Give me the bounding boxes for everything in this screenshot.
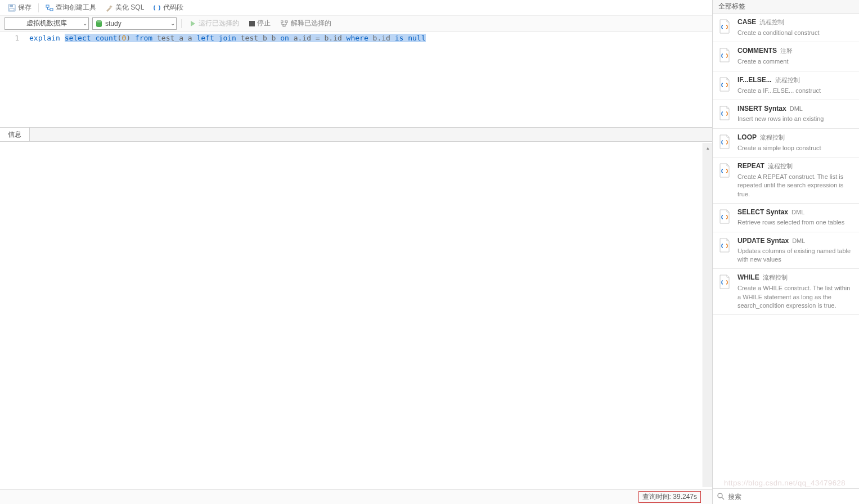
svg-point-11 [718, 493, 722, 498]
snippet-desc: Create a WHILE construct. The list withi… [737, 284, 853, 310]
svg-rect-7 [249, 21, 255, 26]
explain-label: 解释已选择的 [291, 19, 331, 28]
snippet-file-icon [718, 106, 731, 120]
svg-rect-9 [285, 21, 287, 22]
explain-icon [281, 20, 289, 27]
tok-select: select [65, 34, 91, 42]
svg-rect-4 [50, 8, 53, 11]
snippet-item[interactable]: UPDATE SyntaxDMLUpdates columns of exist… [713, 232, 859, 269]
svg-rect-8 [281, 21, 283, 22]
top-toolbar: 保存 查询创建工具 美化 SQL 代码段 [0, 0, 712, 16]
sql-editor[interactable]: 1 explain select count(0) from test_a a … [0, 32, 712, 127]
separator [181, 19, 182, 28]
snippet-panel-title: 全部标签 [718, 2, 745, 11]
result-tabbar: 信息 [0, 127, 712, 142]
tok-count: count [95, 34, 117, 42]
save-button[interactable]: 保存 [5, 2, 35, 14]
snippet-tag: 流程控制 [775, 76, 800, 84]
snippet-panel: 全部标签 CASE流程控制Create a conditional constr… [712, 0, 859, 504]
tab-info[interactable]: 信息 [0, 128, 30, 141]
svg-rect-3 [46, 5, 49, 7]
scroll-up-icon[interactable]: ▴ [703, 143, 712, 152]
run-label: 运行已选择的 [199, 19, 239, 28]
snippet-label: 代码段 [163, 3, 183, 12]
tok-is: is [395, 34, 404, 42]
play-icon [190, 20, 196, 27]
snippet-item[interactable]: WHILE流程控制Create a WHILE construct. The l… [713, 269, 859, 315]
tok-left: left [196, 34, 214, 42]
connection-value: 虚拟机数据库 [26, 19, 67, 28]
snippet-item[interactable]: LOOP流程控制Create a simple loop construct [713, 129, 859, 158]
snippet-desc: Insert new rows into an existing [737, 115, 853, 123]
query-builder-label: 查询创建工具 [56, 3, 96, 12]
snippet-file-icon [718, 209, 731, 224]
snippet-desc: Create A REPEAT construct. The list is r… [737, 173, 853, 199]
scrollbar[interactable]: ▴ [703, 143, 712, 487]
snippet-title: REPEAT [737, 162, 764, 170]
code-area[interactable]: explain select count(0) from test_a a le… [25, 32, 712, 127]
snippet-list: CASE流程控制Create a conditional constructCO… [713, 14, 859, 488]
snippet-item[interactable]: SELECT SyntaxDMLRetrieve rows selected f… [713, 204, 859, 232]
tok-rp: ) [126, 34, 131, 42]
tab-info-label: 信息 [8, 130, 21, 140]
snippet-desc: Create a simple loop construct [737, 144, 853, 152]
snippet-title: IF...ELSE... [737, 76, 772, 84]
snippet-tag: DML [790, 105, 803, 112]
snippet-file-icon [718, 274, 731, 289]
snippet-file-icon [718, 134, 731, 149]
snippet-file-icon [718, 19, 731, 34]
query-time-value: 39.247s [673, 493, 697, 501]
snippet-title: WHILE [737, 273, 759, 281]
snippet-item[interactable]: CASE流程控制Create a conditional construct [713, 14, 859, 42]
explain-button[interactable]: 解释已选择的 [277, 19, 335, 28]
result-area [0, 142, 712, 504]
snippet-item[interactable]: REPEAT流程控制Create A REPEAT construct. The… [713, 158, 859, 204]
snippet-tag: 流程控制 [759, 18, 784, 26]
database-select[interactable]: study ⌄ [92, 17, 177, 30]
snippet-desc: Create a comment [737, 57, 853, 66]
tok-from: from [135, 34, 152, 42]
tok-ta: test_a a [157, 34, 192, 42]
snippet-button[interactable]: 代码段 [150, 2, 187, 14]
tok-cond: a.id = b.id [294, 34, 342, 42]
stop-button[interactable]: 停止 [246, 19, 274, 28]
beautify-icon [105, 4, 113, 12]
tok-join: join [219, 34, 236, 42]
database-icon [95, 20, 103, 28]
tok-explain: explain [29, 34, 60, 42]
database-value: study [105, 20, 122, 28]
snippet-desc: Retrieve rows selected from one tables [737, 218, 853, 227]
tok-bid: b.id [373, 34, 390, 42]
snippet-title: SELECT Syntax [737, 208, 788, 216]
beautify-sql-button[interactable]: 美化 SQL [102, 2, 147, 14]
snippet-item[interactable]: COMMENTS注释Create a comment [713, 42, 859, 71]
save-icon [8, 4, 16, 12]
snippet-panel-header[interactable]: 全部标签 [713, 0, 859, 14]
query-time: 查询时间: 39.247s [638, 491, 701, 503]
tok-on: on [280, 34, 289, 42]
connection-select[interactable]: 虚拟机数据库 ⌄ [5, 17, 89, 30]
beautify-label: 美化 SQL [115, 3, 144, 12]
search-icon [717, 493, 725, 500]
snippet-title: UPDATE Syntax [737, 237, 789, 245]
svg-point-6 [96, 20, 102, 22]
snippet-item[interactable]: INSERT SyntaxDMLInsert new rows into an … [713, 100, 859, 128]
run-button[interactable]: 运行已选择的 [186, 19, 242, 28]
snippet-search[interactable] [713, 488, 859, 504]
query-builder-button[interactable]: 查询创建工具 [42, 2, 100, 14]
snippet-tag: 流程控制 [768, 162, 793, 170]
tok-null: null [408, 34, 425, 42]
chevron-down-icon: ⌄ [83, 20, 87, 26]
snippet-desc: Create a IF...ELSE... construct [737, 87, 853, 95]
snippet-tag: 注释 [780, 47, 793, 55]
svg-rect-1 [10, 4, 13, 7]
snippet-title: COMMENTS [737, 47, 777, 55]
snippet-file-icon [718, 163, 731, 178]
snippet-item[interactable]: IF...ELSE...流程控制Create a IF...ELSE... co… [713, 71, 859, 100]
snippet-tag: 流程控制 [763, 273, 788, 282]
save-label: 保存 [18, 3, 32, 12]
svg-line-12 [722, 497, 724, 500]
snippet-search-input[interactable] [728, 493, 854, 501]
snippet-tag: DML [791, 209, 804, 215]
separator [38, 3, 39, 12]
